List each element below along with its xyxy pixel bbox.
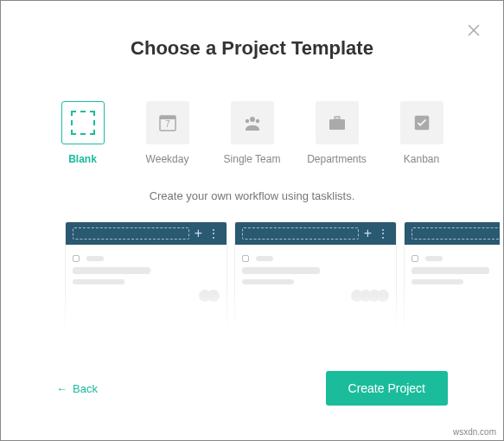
blank-icon	[61, 101, 105, 144]
svg-rect-6	[329, 119, 345, 130]
back-label: Back	[73, 382, 98, 395]
template-description: Create your own workflow using tasklists…	[4, 189, 500, 202]
modal-footer: ← Back Create Project	[4, 371, 500, 437]
template-list: Blank 7 Weekday Single Team Departments …	[4, 101, 500, 165]
preview-list-card: + ⋮	[234, 221, 397, 334]
svg-point-4	[245, 119, 248, 123]
template-modal: Choose a Project Template Blank 7 Weekda…	[4, 4, 500, 437]
template-label: Kanban	[404, 153, 439, 165]
checkbox-icon	[400, 101, 443, 144]
preview-list-card: + ⋮	[65, 221, 227, 334]
more-icon: ⋮	[207, 227, 220, 240]
create-project-button[interactable]: Create Project	[326, 371, 448, 406]
arrow-left-icon: ←	[56, 382, 67, 395]
svg-text:7: 7	[165, 119, 170, 129]
calendar-icon: 7	[146, 101, 189, 144]
svg-rect-7	[335, 117, 340, 119]
more-icon: ⋮	[377, 227, 389, 240]
close-icon[interactable]	[467, 23, 481, 37]
briefcase-icon	[316, 101, 359, 144]
svg-point-3	[250, 117, 255, 122]
modal-title: Choose a Project Template	[4, 37, 500, 60]
template-option-blank[interactable]: Blank	[53, 101, 113, 165]
plus-icon: +	[364, 227, 372, 240]
team-icon	[231, 101, 274, 144]
template-preview: + ⋮ + ⋮	[4, 221, 500, 334]
template-option-departments[interactable]: Departments	[307, 101, 367, 165]
svg-point-5	[255, 119, 258, 123]
template-option-kanban[interactable]: Kanban	[392, 101, 452, 165]
template-option-single-team[interactable]: Single Team	[222, 101, 283, 165]
template-label: Single Team	[224, 153, 281, 165]
back-button[interactable]: ← Back	[56, 382, 98, 395]
plus-icon: +	[195, 227, 202, 240]
template-label: Departments	[307, 153, 367, 165]
template-label: Weekday	[146, 153, 189, 165]
template-label: Blank	[68, 153, 97, 165]
watermark: wsxdn.com	[453, 427, 496, 437]
template-option-weekday[interactable]: 7 Weekday	[137, 101, 198, 165]
preview-list-card	[404, 221, 500, 334]
